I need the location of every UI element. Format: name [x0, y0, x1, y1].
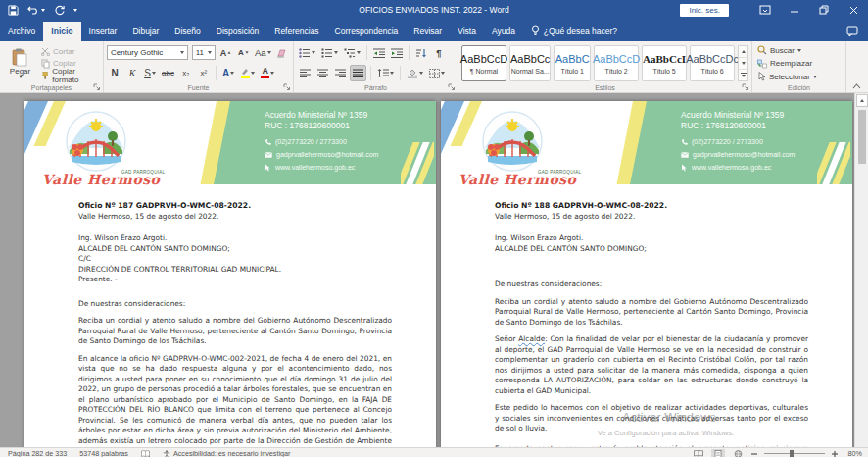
redo-button[interactable]: [54, 5, 65, 16]
cursor-icon: [265, 164, 271, 172]
multilevel-list-button[interactable]: [342, 44, 362, 61]
show-hide-marks-button[interactable]: ¶: [431, 44, 447, 61]
letter-187[interactable]: Oficio Nº 187 GADPRVH-O-WMC-08-2022. Val…: [24, 201, 436, 447]
zoom-slider-thumb[interactable]: [790, 450, 794, 457]
customize-qat-button[interactable]: [73, 9, 77, 12]
scroll-up-button[interactable]: [856, 94, 868, 107]
decrease-indent-icon: [373, 48, 385, 58]
change-case-button[interactable]: Aa: [253, 44, 272, 61]
page-right[interactable]: Acuerdo Ministerial Nº 1359 RUC : 176812…: [441, 101, 852, 447]
proofing-status[interactable]: [141, 450, 150, 457]
font-color-button[interactable]: A: [259, 65, 276, 81]
grow-font-button[interactable]: A: [217, 44, 233, 61]
styles-gallery-more[interactable]: [739, 70, 747, 80]
font-name-combo[interactable]: Century Gothic: [107, 45, 188, 60]
styles-dialog-launcher[interactable]: [742, 83, 749, 91]
styles-scroll-up[interactable]: [739, 46, 747, 58]
align-right-button[interactable]: [332, 65, 348, 81]
find-button[interactable]: Buscar: [757, 44, 841, 56]
superscript-button[interactable]: x²: [196, 65, 212, 81]
text-effects-button[interactable]: A: [220, 65, 236, 81]
shading-button[interactable]: [405, 65, 425, 81]
paste-button[interactable]: Pegar: [3, 44, 37, 82]
borders-button[interactable]: [427, 65, 447, 81]
select-button[interactable]: Seleccionar: [757, 71, 841, 82]
highlight-button[interactable]: [238, 65, 257, 81]
decrease-indent-button[interactable]: [371, 44, 387, 61]
ribbon-display-options-button[interactable]: [750, 0, 780, 20]
restore-button[interactable]: [809, 0, 839, 20]
undo-dropdown-icon[interactable]: [41, 9, 45, 12]
word-window: OFICIOS ENVIADOS INST. 2022 - Word Inic.…: [0, 0, 868, 457]
recipient-block: Ing. Wilson Erazo Argoti. ALCALDE DEL CA…: [78, 233, 392, 285]
sort-button[interactable]: [413, 44, 429, 61]
clipboard-dialog-launcher[interactable]: [93, 83, 101, 91]
paste-dropdown-icon[interactable]: [19, 76, 23, 78]
style-titulo-2[interactable]: AaBbCcD Título 2: [594, 45, 639, 81]
zoom-in-button[interactable]: [831, 450, 839, 457]
zoom-out-button[interactable]: [750, 450, 758, 457]
accessibility-checker[interactable]: Accesibilidad: es necesario investigar: [163, 449, 290, 457]
justify-button[interactable]: [350, 65, 366, 81]
clear-formatting-button[interactable]: [274, 44, 290, 61]
paragraph-1: Reciba un cordial y atento saludo a nomb…: [78, 316, 392, 347]
italic-button[interactable]: K: [124, 65, 140, 81]
align-center-button[interactable]: [314, 65, 330, 81]
tab-dibujar[interactable]: Dibujar: [124, 22, 167, 41]
tab-revisar[interactable]: Revisar: [406, 22, 450, 41]
vertical-scrollbar[interactable]: [854, 93, 868, 447]
shrink-font-button[interactable]: A: [235, 44, 251, 61]
collapse-ribbon-button[interactable]: [846, 41, 866, 92]
tab-diseno[interactable]: Diseño: [167, 22, 208, 41]
style-titulo-6[interactable]: AaBbCcDc Título 6: [690, 45, 735, 81]
subscript-button[interactable]: x₂: [178, 65, 194, 81]
tell-me-box[interactable]: ¿Qué desea hacer?: [523, 21, 625, 41]
cut-button[interactable]: Cortar: [41, 45, 100, 57]
style-titulo-1[interactable]: AaBbC Título 1: [554, 45, 591, 81]
undo-button[interactable]: [27, 5, 45, 15]
line-spacing-button[interactable]: [375, 65, 396, 81]
oficio-date: Valle Hermoso, 15 de agosto del 2022.: [78, 212, 392, 223]
align-left-button[interactable]: [297, 65, 313, 81]
web-layout-button[interactable]: [731, 449, 745, 457]
page-left[interactable]: Acuerdo Ministerial Nº 1359 RUC : 176812…: [24, 101, 436, 447]
tab-archivo[interactable]: Archivo: [0, 22, 43, 41]
font-size-combo[interactable]: 11: [192, 45, 217, 60]
format-painter-button[interactable]: Copiar formato: [41, 70, 100, 81]
replace-button[interactable]: Reemplazar: [757, 58, 841, 70]
page-indicator[interactable]: Página 282 de 333: [8, 449, 67, 457]
tab-insertar[interactable]: Insertar: [81, 22, 125, 41]
increase-indent-icon: [391, 48, 403, 58]
tab-ayuda[interactable]: Ayuda: [484, 22, 523, 41]
paste-label: Pegar: [10, 67, 30, 76]
tab-vista[interactable]: Vista: [450, 22, 484, 41]
font-dialog-launcher[interactable]: [283, 83, 291, 91]
tab-disposicion[interactable]: Disposición: [209, 22, 266, 41]
close-button[interactable]: [839, 0, 868, 20]
sign-in-button[interactable]: Inic. ses.: [680, 4, 729, 17]
zoom-level[interactable]: 80%: [844, 449, 862, 457]
tab-inicio[interactable]: Inicio: [43, 22, 80, 41]
zoom-slider[interactable]: [764, 453, 825, 455]
minimize-button[interactable]: [780, 0, 809, 20]
bold-button[interactable]: N: [107, 65, 122, 81]
read-mode-button[interactable]: [692, 449, 705, 457]
underline-button[interactable]: S: [142, 65, 158, 81]
save-button[interactable]: [8, 5, 19, 16]
word-count[interactable]: 53748 palabras: [79, 449, 128, 457]
style-normal[interactable]: AaBbCcD ¶ Normal: [461, 45, 506, 81]
feedback-button[interactable]: [846, 26, 868, 41]
tab-referencias[interactable]: Referencias: [266, 22, 326, 41]
eraser-icon: [276, 48, 287, 58]
increase-indent-button[interactable]: [389, 44, 405, 61]
style-normal-sa[interactable]: AaBbCc Normal Sa...: [509, 45, 551, 81]
bullets-button[interactable]: [297, 44, 317, 61]
styles-scroll-down[interactable]: [739, 58, 747, 70]
paragraph-dialog-launcher[interactable]: [448, 83, 456, 91]
numbering-button[interactable]: [319, 44, 340, 61]
tab-correspondencia[interactable]: Correspondencia: [327, 22, 407, 41]
style-titulo-5[interactable]: AaBbCcI Título 5: [642, 45, 687, 81]
scrollbar-thumb[interactable]: [858, 110, 866, 164]
strikethrough-button[interactable]: abc: [160, 65, 176, 81]
print-layout-button[interactable]: [711, 449, 725, 457]
